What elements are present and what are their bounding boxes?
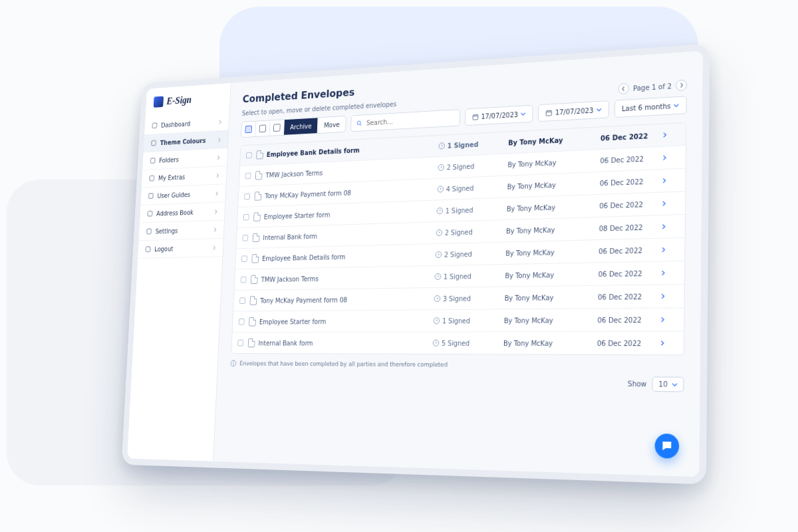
chevron-down-icon: [521, 111, 526, 116]
chevron-right-icon: [216, 155, 220, 160]
chevron-down-icon: [672, 382, 678, 388]
search-field[interactable]: [366, 114, 454, 126]
clock-icon: [438, 142, 445, 149]
sidebar-item-settings[interactable]: Settings: [139, 220, 224, 241]
logo-name: E-Sign: [166, 95, 192, 106]
sidebar-item-label: Logout: [154, 245, 174, 253]
row-checkbox[interactable]: [244, 194, 250, 200]
envelope-name: Employee Bank Details form: [262, 253, 346, 262]
show-select[interactable]: 10: [652, 376, 684, 392]
move-button[interactable]: Move: [317, 116, 346, 133]
svg-point-8: [357, 121, 360, 125]
envelope-date: 06 Dec 2022: [598, 246, 661, 255]
sidebar-item-label: Folders: [159, 156, 179, 164]
pager-next-button[interactable]: [676, 79, 687, 91]
date-from-button[interactable]: 17/07/2023: [464, 105, 533, 126]
contacts-icon: [146, 210, 153, 217]
search-input[interactable]: [350, 109, 460, 132]
main: Completed Envelopes Select to open, move…: [213, 51, 703, 477]
row-checkbox[interactable]: [237, 340, 243, 346]
row-checkbox[interactable]: [243, 214, 249, 221]
row-checkbox[interactable]: [241, 277, 247, 283]
select-icon: [273, 124, 281, 132]
clock-icon: [438, 164, 444, 171]
open-chevron-icon[interactable]: [662, 154, 678, 160]
signed-status: 4 Signed: [437, 183, 507, 193]
envelope-date: 06 Dec 2022: [597, 339, 660, 347]
document-icon: [256, 150, 263, 160]
open-chevron-icon[interactable]: [662, 132, 678, 138]
range-button[interactable]: Last 6 months: [614, 96, 687, 118]
chevron-right-icon: [217, 137, 221, 142]
chevron-right-icon: [215, 191, 219, 196]
open-chevron-icon[interactable]: [660, 293, 678, 299]
pager-prev-button[interactable]: [618, 83, 629, 94]
signed-status: 1 Signed: [438, 139, 508, 150]
envelope-by: By Tony McKay: [505, 247, 598, 257]
gear-icon: [146, 227, 152, 235]
svg-rect-4: [148, 194, 153, 199]
pager: Page 1 of 2: [618, 79, 687, 94]
envelope-by: By Tony McKay: [507, 180, 600, 190]
clock-icon: [437, 207, 444, 214]
open-chevron-icon[interactable]: [661, 223, 678, 229]
open-chevron-icon[interactable]: [660, 247, 677, 253]
sidebar-item-address-book[interactable]: Address Book: [140, 202, 225, 223]
svg-rect-6: [147, 229, 152, 234]
document-icon: [249, 317, 256, 327]
envelope-name: Tony McKay Payment form 08: [260, 296, 347, 304]
envelope-date: 08 Dec 2022: [599, 223, 661, 232]
open-chevron-icon[interactable]: [662, 178, 678, 184]
document-icon: [248, 338, 255, 348]
table-row[interactable]: Employee Starter form1 SignedBy Tony McK…: [233, 307, 684, 332]
view-list-button[interactable]: [255, 120, 269, 136]
chevron-right-icon: [213, 227, 217, 232]
envelope-date: 06 Dec 2022: [598, 293, 660, 301]
date-to-button[interactable]: 17/07/2023: [538, 100, 609, 122]
table-row[interactable]: Internal Bank form5 SignedBy Tony McKay0…: [231, 331, 684, 355]
open-chevron-icon[interactable]: [660, 270, 678, 276]
envelope-name: TMW Jackson Terms: [261, 275, 319, 283]
envelope-by: By Tony McKay: [505, 293, 598, 302]
show-label: Show: [628, 380, 647, 388]
chevron-left-icon: [620, 86, 626, 92]
row-checkbox[interactable]: [241, 255, 247, 262]
envelope-date: 06 Dec 2022: [598, 269, 660, 278]
nav: DashboardTheme ColoursFoldersMy ExtrasUs…: [138, 112, 229, 259]
open-chevron-icon[interactable]: [660, 340, 677, 346]
pager-label: Page 1 of 2: [633, 82, 672, 92]
row-checkbox[interactable]: [245, 173, 251, 180]
svg-rect-3: [150, 176, 154, 181]
archive-button[interactable]: Archive: [283, 118, 318, 134]
sidebar-item-label: User Guides: [157, 191, 190, 199]
plus-icon: [148, 174, 155, 182]
row-checkbox[interactable]: [239, 297, 245, 304]
chevron-right-icon: [678, 82, 684, 88]
clock-icon: [437, 186, 444, 192]
envelope-name: Internal Bank form: [263, 233, 317, 241]
envelope-by: By Tony McKay: [507, 157, 600, 168]
calendar-icon: [471, 113, 479, 120]
envelope-by: By Tony McKay: [506, 225, 599, 235]
grid-icon: [151, 122, 158, 129]
view-grid-button[interactable]: [241, 122, 255, 137]
select-all-button[interactable]: [269, 120, 284, 136]
row-checkbox[interactable]: [239, 319, 245, 325]
open-chevron-icon[interactable]: [660, 317, 677, 323]
sidebar-item-logout[interactable]: Logout: [138, 239, 223, 259]
svg-rect-2: [150, 158, 155, 164]
envelope-by: By Tony McKay: [508, 134, 600, 146]
signed-status: 2 Signed: [436, 249, 506, 258]
info-icon: i: [230, 360, 236, 367]
envelope-name: Internal Bank form: [258, 339, 313, 346]
sidebar-item-label: Dashboard: [161, 120, 191, 129]
view-toggle: Archive Move: [241, 116, 346, 138]
logo-mark-icon: [154, 96, 164, 108]
envelope-by: By Tony McKay: [507, 202, 600, 213]
footnote: i Envelopes that have been completed by …: [230, 360, 684, 370]
svg-rect-9: [472, 114, 477, 120]
open-chevron-icon[interactable]: [661, 200, 678, 206]
envelope-name: Employee Starter form: [264, 211, 331, 220]
row-checkbox[interactable]: [242, 235, 248, 241]
row-checkbox[interactable]: [246, 152, 252, 159]
